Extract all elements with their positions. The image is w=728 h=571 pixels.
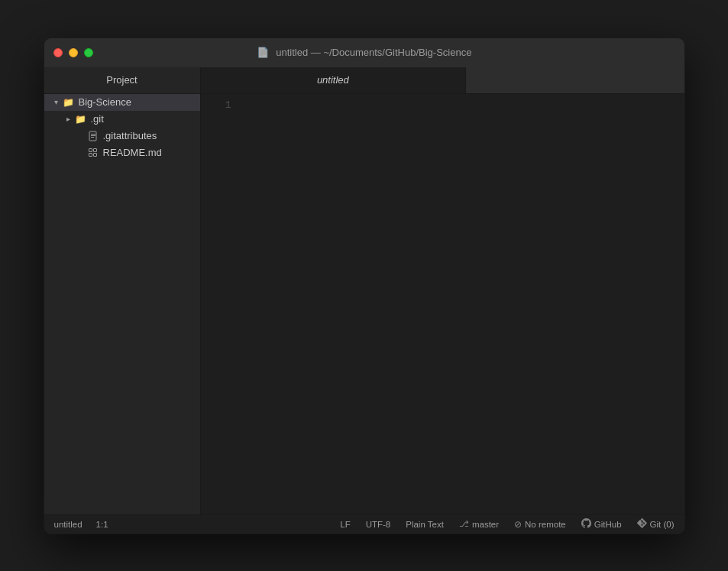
git-icon bbox=[637, 518, 647, 530]
tab-project-label: Project bbox=[106, 74, 137, 86]
status-bar: untitled 1:1 LF UTF-8 Plain Text ⎇ maste… bbox=[44, 514, 684, 534]
window-title-text: untitled — ~/Documents/GitHub/Big-Scienc… bbox=[276, 47, 471, 58]
sidebar-item-label: Big-Science bbox=[79, 96, 131, 108]
github-icon bbox=[581, 518, 591, 530]
main-content: ▾ 📁 Big-Science ▸ 📁 .git ▸ bbox=[44, 94, 684, 514]
editor-area[interactable]: 1 bbox=[201, 94, 684, 514]
line-numbers: 1 bbox=[201, 98, 684, 113]
status-github-text: GitHub bbox=[594, 520, 622, 529]
status-git-text: Git (0) bbox=[650, 520, 675, 529]
status-lf-text: LF bbox=[340, 520, 350, 529]
title-bar: 📄 untitled — ~/Documents/GitHub/Big-Scie… bbox=[44, 38, 684, 67]
sidebar-item-gitattributes[interactable]: ▸ .gitattributes bbox=[44, 128, 200, 144]
editor-line-1: 1 bbox=[212, 98, 673, 113]
status-no-remote[interactable]: ⊘ No remote bbox=[512, 519, 568, 530]
status-filename-text: untitled bbox=[54, 520, 83, 529]
file-text-icon bbox=[87, 130, 99, 142]
sidebar-item-big-science[interactable]: ▾ 📁 Big-Science bbox=[44, 94, 200, 111]
title-file-icon: 📄 bbox=[257, 47, 269, 58]
maximize-button[interactable] bbox=[84, 48, 93, 57]
status-branch-text: master bbox=[472, 520, 499, 529]
status-filename[interactable]: untitled bbox=[52, 520, 85, 529]
status-cursor[interactable]: 1:1 bbox=[94, 520, 111, 529]
status-left: untitled 1:1 bbox=[52, 520, 338, 529]
sidebar: ▾ 📁 Big-Science ▸ 📁 .git ▸ bbox=[44, 94, 201, 514]
chevron-right-icon: ▸ bbox=[63, 113, 75, 125]
sidebar-item-label: .git bbox=[91, 113, 104, 125]
status-git[interactable]: Git (0) bbox=[635, 518, 677, 530]
line-number: 1 bbox=[212, 99, 231, 111]
sidebar-item-git[interactable]: ▸ 📁 .git bbox=[44, 111, 200, 128]
tab-bar: Project untitled bbox=[44, 67, 684, 94]
status-syntax-text: Plain Text bbox=[406, 520, 444, 529]
status-github[interactable]: GitHub bbox=[579, 518, 624, 530]
status-no-remote-text: No remote bbox=[525, 520, 566, 529]
status-cursor-text: 1:1 bbox=[96, 520, 108, 529]
sidebar-item-label: README.md bbox=[103, 147, 162, 158]
file-grid-icon bbox=[87, 147, 99, 159]
status-right: LF UTF-8 Plain Text ⎇ master ⊘ No remote bbox=[338, 518, 676, 530]
tab-project[interactable]: Project bbox=[44, 67, 201, 93]
sidebar-item-readme[interactable]: ▸ README.md bbox=[44, 144, 200, 161]
folder-icon: 📁 bbox=[63, 96, 75, 109]
close-button[interactable] bbox=[53, 48, 63, 57]
svg-rect-5 bbox=[93, 148, 96, 151]
folder-icon: 📁 bbox=[75, 113, 87, 125]
status-line-endings[interactable]: LF bbox=[338, 520, 352, 529]
tab-empty bbox=[466, 67, 684, 93]
traffic-lights bbox=[53, 48, 93, 57]
minimize-button[interactable] bbox=[69, 48, 78, 57]
no-remote-icon: ⊘ bbox=[514, 519, 522, 530]
status-branch[interactable]: ⎇ master bbox=[457, 519, 501, 529]
app-window: 📄 untitled — ~/Documents/GitHub/Big-Scie… bbox=[44, 37, 685, 534]
tab-file-untitled[interactable]: untitled bbox=[201, 67, 467, 93]
status-encoding[interactable]: UTF-8 bbox=[364, 520, 393, 529]
tab-file-label: untitled bbox=[317, 74, 349, 86]
branch-icon: ⎇ bbox=[459, 519, 469, 529]
svg-rect-7 bbox=[93, 153, 96, 156]
chevron-down-icon: ▾ bbox=[50, 96, 63, 109]
sidebar-item-label: .gitattributes bbox=[103, 130, 157, 141]
svg-rect-6 bbox=[89, 153, 92, 156]
status-syntax[interactable]: Plain Text bbox=[403, 520, 446, 529]
window-title: 📄 untitled — ~/Documents/GitHub/Big-Scie… bbox=[257, 47, 472, 58]
status-encoding-text: UTF-8 bbox=[366, 520, 391, 529]
svg-rect-4 bbox=[89, 148, 92, 151]
